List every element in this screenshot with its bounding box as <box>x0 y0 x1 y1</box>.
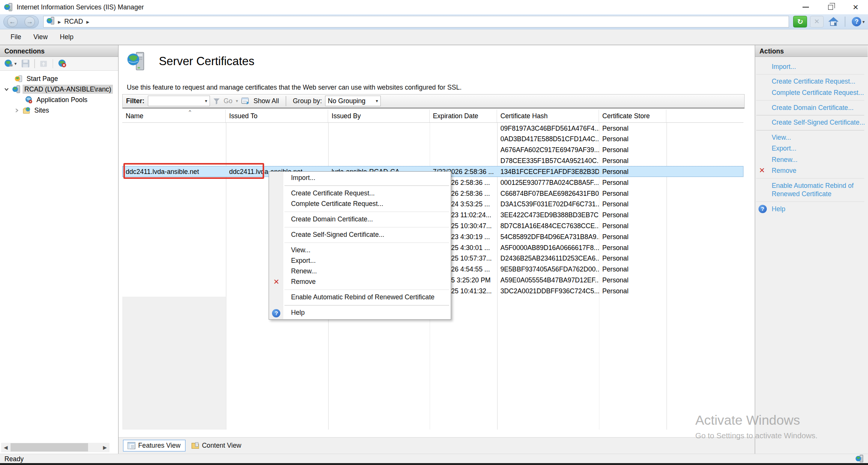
action-link[interactable]: ✕Remove <box>755 165 865 176</box>
group-by-value: No Grouping <box>328 97 365 105</box>
menu-help[interactable]: Help <box>54 30 80 44</box>
horizontal-scrollbar[interactable]: ◀ ▶ <box>1 443 109 452</box>
cell-store: Personal <box>599 210 666 221</box>
back-button[interactable]: ← <box>7 17 18 27</box>
server-certificates-icon <box>127 51 146 71</box>
action-link[interactable]: ?Help <box>755 204 865 215</box>
menu-file[interactable]: File <box>5 30 27 44</box>
action-label: Renew... <box>772 156 798 163</box>
tree-item-start-page[interactable]: Start Page <box>0 73 118 84</box>
refresh-button[interactable]: ↻ <box>793 16 807 27</box>
action-link[interactable]: View... <box>755 132 865 143</box>
remove-connection-button[interactable] <box>56 58 68 69</box>
action-link[interactable]: Create Domain Certificate... <box>755 102 865 113</box>
tree-item-sites[interactable]: Sites <box>0 105 118 116</box>
actions-separator <box>756 115 864 115</box>
action-link[interactable]: Enable Automatic Rebind of Renewed Certi… <box>755 180 865 200</box>
menu-item-label: Create Certificate Request... <box>291 189 375 197</box>
action-link[interactable]: Complete Certificate Request... <box>755 87 865 98</box>
context-menu-item[interactable]: Renew... <box>269 266 451 277</box>
column-header[interactable]: Certificate Store <box>599 110 666 122</box>
context-menu-item[interactable]: Complete Certificate Request... <box>269 199 451 209</box>
context-menu-item[interactable]: Export... <box>269 256 451 266</box>
cell-hash: A5F0000AB89D16A0666617F8... <box>497 242 599 253</box>
action-link[interactable]: Import... <box>755 61 865 72</box>
minimize-button[interactable] <box>793 0 818 14</box>
help-button[interactable]: ? ▾ <box>852 17 865 26</box>
menu-view[interactable]: View <box>27 30 54 44</box>
context-menu-item[interactable]: ?Help <box>269 308 451 318</box>
breadcrumb-item-rcad[interactable]: RCAD <box>64 18 83 26</box>
cell-issued_by <box>328 156 429 166</box>
scroll-left-icon[interactable]: ◀ <box>1 443 11 452</box>
menu-item-label: View... <box>291 246 310 254</box>
sites-icon <box>22 106 30 114</box>
save-connections-button[interactable] <box>20 59 31 69</box>
column-header[interactable]: Certificate Hash <box>497 110 599 122</box>
group-by-select[interactable]: No Grouping ▾ <box>325 96 380 106</box>
context-menu-item[interactable]: View... <box>269 245 451 256</box>
save-icon <box>21 59 30 68</box>
table-row[interactable]: 0AD3BD417E588D51CFD1A4C...Personal <box>122 134 743 145</box>
cell-hash: 09F8197A3C46BFD561A476F4... <box>497 123 599 134</box>
connections-tree: Start Page RCAD (LVDA-ANSIBLE\ranc) Appl… <box>0 71 118 454</box>
scroll-right-icon[interactable]: ▶ <box>100 443 109 452</box>
forward-button[interactable]: → <box>24 17 35 27</box>
restore-button[interactable] <box>818 0 843 14</box>
filter-label: Filter: <box>126 97 144 105</box>
cell-store: Personal <box>599 264 666 275</box>
show-all-button[interactable]: Show All <box>254 97 279 105</box>
context-menu-item[interactable]: Enable Automatic Rebind of Renewed Certi… <box>269 292 451 303</box>
home-button[interactable] <box>827 16 841 27</box>
context-menu-item[interactable]: Create Domain Certificate... <box>269 214 451 225</box>
scrollbar-thumb[interactable] <box>11 443 88 451</box>
cell-expiration <box>430 123 497 134</box>
column-header[interactable]: Issued By <box>328 110 429 122</box>
cell-name <box>122 231 226 242</box>
tree-item-application-pools[interactable]: Application Pools <box>0 95 118 105</box>
menu-separator <box>284 305 449 305</box>
go-button[interactable]: Go <box>223 97 233 105</box>
table-row[interactable]: A676AFA602C917E69479AF39...Personal <box>122 145 743 156</box>
tab-features-view[interactable]: Features View <box>123 440 185 452</box>
breadcrumb-arrow-icon: ▶ <box>87 20 90 24</box>
action-link[interactable]: Renew... <box>755 154 865 165</box>
cell-issued_by <box>328 134 429 145</box>
context-menu-item[interactable]: Create Certificate Request... <box>269 188 451 199</box>
tab-content-view[interactable]: Content View <box>187 440 246 451</box>
filter-input[interactable]: ▾ <box>148 96 210 106</box>
breadcrumb[interactable]: ▶ RCAD ▶ <box>43 16 789 27</box>
cell-issued_to <box>226 123 328 134</box>
remove-icon: ✕ <box>759 166 765 175</box>
menu-item-label: Create Self-Signed Certificate... <box>291 231 384 238</box>
column-header[interactable]: Issued To <box>226 110 328 122</box>
action-link[interactable]: Export... <box>755 143 865 154</box>
cell-hash: 9E5BBF937405A56FDA762D00... <box>497 264 599 275</box>
table-row[interactable]: 09F8197A3C46BFD561A476F4...Personal <box>122 123 743 134</box>
tree-item-rcad[interactable]: RCAD (LVDA-ANSIBLE\ranc) <box>0 84 118 95</box>
divider <box>53 59 53 68</box>
action-link[interactable]: Create Self-Signed Certificate... <box>755 117 865 128</box>
close-button[interactable]: ✕ <box>843 0 868 14</box>
context-menu-item[interactable]: Import... <box>269 173 451 183</box>
context-menu-item[interactable]: Create Self-Signed Certificate... <box>269 230 451 240</box>
actions-panel: Actions Import...Create Certificate Requ… <box>755 45 868 454</box>
chevron-right-icon[interactable] <box>13 108 20 113</box>
column-header[interactable]: Expiration Date <box>430 110 497 122</box>
chevron-down-icon[interactable] <box>3 87 10 92</box>
divider <box>34 59 35 68</box>
cell-store: Personal <box>599 188 666 199</box>
column-header[interactable]: Name <box>122 110 226 122</box>
menu-item-label: Create Domain Certificate... <box>291 215 373 223</box>
help-icon: ? <box>272 309 281 317</box>
menu-item-label: Renew... <box>291 267 317 275</box>
create-connection-button[interactable]: ▾ <box>3 58 18 69</box>
actions-separator <box>756 130 864 130</box>
watermark-line2: Go to Settings to activate Windows. <box>695 431 818 440</box>
activate-windows-watermark: Activate Windows Go to Settings to activ… <box>695 413 818 440</box>
cell-name <box>122 286 226 297</box>
stop-button[interactable]: ✕ <box>810 16 824 27</box>
context-menu-item[interactable]: ✕Remove <box>269 277 451 287</box>
up-level-button[interactable] <box>38 59 49 69</box>
action-link[interactable]: Create Certificate Request... <box>755 76 865 87</box>
